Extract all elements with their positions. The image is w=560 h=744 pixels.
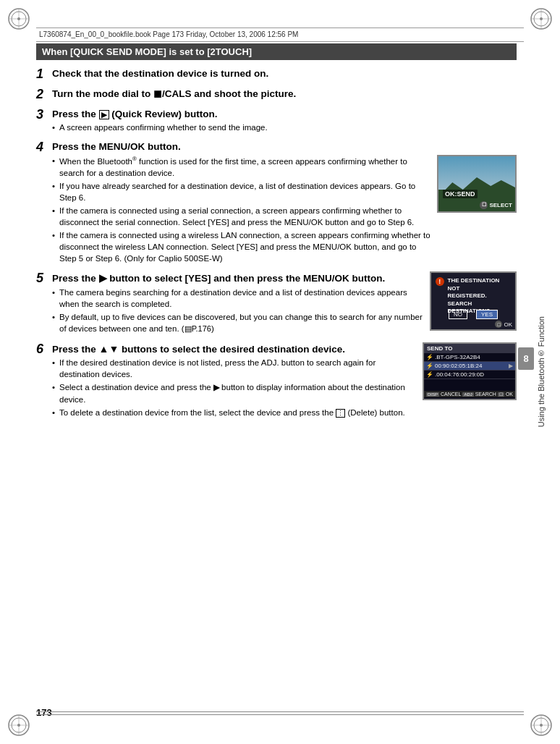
screen1-ok-label: OK:SEND — [443, 190, 478, 198]
side-label: Using the Bluetooth® Function — [534, 145, 550, 599]
step-6-number: 6 — [36, 342, 52, 357]
screen3-ok-label: ☐ OK — [498, 392, 513, 397]
step-4-bullet-1: When the Bluetooth® function is used for… — [52, 155, 431, 179]
screen3-header: SEND TO — [424, 344, 515, 353]
step-2-number: 2 — [36, 88, 52, 102]
step-6-content: Press the ▲▼ buttons to select the desir… — [52, 342, 517, 420]
screen3-item-2: ⚡ 00:90:02:05:1B:24 ▶ — [424, 362, 515, 371]
screen2-ok-area: ☐ OK — [495, 321, 512, 328]
step-6-text: Press the ▲▼ buttons to select the desir… — [52, 342, 417, 420]
step-4-number: 4 — [36, 140, 52, 155]
step-5-title: Press the ▶ button to select [YES] and t… — [52, 271, 424, 285]
step-6: 6 Press the ▲▼ buttons to select the des… — [36, 342, 517, 420]
step-4: 4 Press the MENU/OK button. When the Blu… — [36, 140, 517, 266]
screen1-select-label: ☐ SELECT — [480, 201, 512, 209]
step-5: 5 Press the ▶ button to select [YES] and… — [36, 271, 517, 336]
step-4-bullet-3: If the camera is connected using a seria… — [52, 205, 431, 228]
step-6-bullet-2: Select a destination device and press th… — [52, 381, 417, 405]
step-5-content: Press the ▶ button to select [YES] and t… — [52, 271, 517, 336]
screen2-buttons: NO YES — [431, 310, 515, 319]
screen2-ok-icon: ☐ — [495, 321, 502, 328]
corner-decoration-br — [528, 712, 554, 738]
screen3-item-3: ⚡ .00:04:76:00:29:0D — [424, 371, 515, 379]
section-title-banner: When [QUICK SEND MODE] is set to [2TOUCH… — [36, 43, 517, 60]
step-3-bullets: A screen appears confirming whether to s… — [52, 122, 517, 133]
corner-decoration-tr — [528, 6, 554, 32]
bottom-rule — [36, 711, 524, 712]
step-5-text: Press the ▶ button to select [YES] and t… — [52, 271, 424, 336]
main-content: When [QUICK SEND MODE] is set to [2TOUCH… — [36, 43, 517, 708]
step-6-bullet-1: If the desired destination device is not… — [52, 357, 417, 380]
bottom-rule2 — [36, 714, 524, 715]
step-3: 3 Press the ▶ (Quick Review) button. A s… — [36, 108, 517, 135]
step-5-bullet-2: By default, up to five devices can be di… — [52, 311, 424, 334]
screen2-yes-button: YES — [476, 310, 498, 319]
corner-decoration-tl — [6, 6, 32, 32]
screen3-cancel-label: DISP CANCEL — [426, 392, 461, 397]
camera-screen-1: OK:SEND ☐ SELECT — [437, 155, 517, 213]
step-3-number: 3 — [36, 108, 52, 122]
screen2-no-button: NO — [449, 310, 467, 319]
lightning-icon-2: ⚡ — [426, 363, 433, 369]
lightning-icon-3: ⚡ — [426, 371, 433, 378]
page-header: L7360874_En_00_0_bookfile.book Page 173 … — [36, 28, 524, 42]
step-6-title: Press the ▲▼ buttons to select the desir… — [52, 342, 417, 356]
step-1: 1 Check that the destination device is t… — [36, 67, 517, 82]
step-5-image-container: ! THE DESTINATION NOTREGISTERED. SEARCHD… — [430, 271, 517, 336]
page-number: 173 — [36, 707, 52, 718]
section-tab: 8 — [518, 347, 534, 370]
screen3-footer: DISP CANCEL ADJ SEARCH ☐ OK — [424, 391, 515, 397]
step-6-image-container: SEND TO ⚡ .BT-GPS-32A2B4 ⚡ 00:90:02:05:1… — [423, 342, 517, 420]
screen3-search-label: ADJ SEARCH — [462, 392, 496, 397]
step-1-content: Check that the destination device is tur… — [52, 67, 517, 82]
step-2-title: Turn the mode dial to ◼/CALS and shoot t… — [52, 88, 517, 101]
step-5-layout: Press the ▶ button to select [YES] and t… — [52, 271, 517, 336]
step-6-bullets: If the desired destination device is not… — [52, 357, 417, 418]
step-3-content: Press the ▶ (Quick Review) button. A scr… — [52, 108, 517, 135]
step-6-bullet-3: To delete a destination device from the … — [52, 407, 417, 418]
step-5-number: 5 — [36, 271, 52, 286]
step-1-title: Check that the destination device is tur… — [52, 67, 517, 80]
lightning-icon-1: ⚡ — [426, 354, 433, 360]
step-4-bullet-4: If the camera is connected using a wirel… — [52, 229, 431, 264]
step-6-layout: Press the ▲▼ buttons to select the desir… — [52, 342, 517, 420]
step-4-body: When the Bluetooth® function is used for… — [52, 155, 517, 266]
step-4-bullet-2: If you have already searched for a desti… — [52, 180, 431, 203]
step-4-image-container: OK:SEND ☐ SELECT — [437, 155, 517, 213]
camera-screen-2: ! THE DESTINATION NOTREGISTERED. SEARCHD… — [430, 271, 517, 331]
screen3-item-1: ⚡ .BT-GPS-32A2B4 — [424, 353, 515, 362]
warning-icon: ! — [436, 277, 444, 286]
step-2-content: Turn the mode dial to ◼/CALS and shoot t… — [52, 88, 517, 102]
corner-decoration-bl — [6, 712, 32, 738]
step-2: 2 Turn the mode dial to ◼/CALS and shoot… — [36, 88, 517, 102]
step-4-content: Press the MENU/OK button. When the Bluet… — [52, 140, 517, 266]
step-5-bullets: The camera begins searching for a destin… — [52, 287, 424, 335]
arrow-right-icon: ▶ — [509, 363, 513, 369]
step-4-title: Press the MENU/OK button. — [52, 140, 517, 153]
step-3-bullet-1: A screen appears confirming whether to s… — [52, 122, 517, 133]
camera-screen-3: SEND TO ⚡ .BT-GPS-32A2B4 ⚡ 00:90:02:05:1… — [423, 342, 517, 400]
step-3-title: Press the ▶ (Quick Review) button. — [52, 108, 517, 121]
step-5-bullet-1: The camera begins searching for a destin… — [52, 287, 424, 310]
step-4-bullets: When the Bluetooth® function is used for… — [52, 155, 431, 266]
step-1-number: 1 — [36, 67, 52, 82]
